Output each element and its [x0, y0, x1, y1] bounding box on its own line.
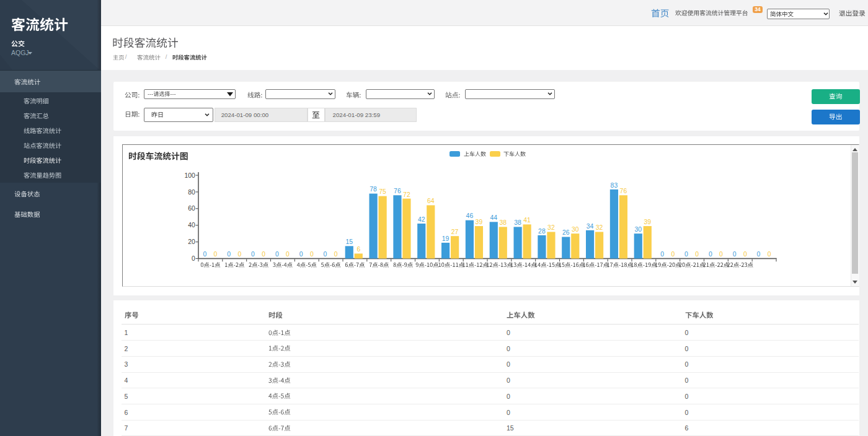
svg-text:40: 40	[188, 222, 195, 229]
svg-text:0: 0	[719, 251, 723, 258]
svg-text:34: 34	[587, 223, 594, 230]
svg-text:42: 42	[418, 216, 425, 223]
svg-text:39: 39	[476, 219, 483, 225]
svg-text:0: 0	[299, 251, 303, 258]
svg-text:6: 6	[356, 246, 360, 253]
svg-text:30: 30	[635, 226, 642, 233]
svg-text:0: 0	[251, 251, 255, 258]
svg-text:0: 0	[214, 251, 218, 258]
svg-text:0: 0	[768, 251, 771, 258]
svg-text:30: 30	[572, 226, 579, 233]
svg-text:27: 27	[451, 229, 459, 235]
svg-text:75: 75	[379, 188, 386, 195]
svg-text:0: 0	[192, 255, 195, 262]
svg-text:41: 41	[523, 217, 531, 224]
svg-text:19: 19	[442, 235, 450, 242]
svg-text:38: 38	[514, 219, 521, 226]
svg-text:0: 0	[733, 251, 737, 258]
svg-text:60: 60	[188, 205, 195, 212]
svg-text:0: 0	[237, 251, 241, 258]
svg-text:0: 0	[275, 251, 279, 258]
svg-text:0: 0	[660, 251, 664, 258]
svg-text:0: 0	[310, 251, 314, 258]
svg-text:0: 0	[203, 251, 206, 258]
svg-text:32: 32	[547, 224, 555, 231]
svg-text:0: 0	[334, 251, 338, 258]
svg-text:0: 0	[757, 251, 761, 258]
svg-text:72: 72	[403, 191, 410, 198]
svg-text:100: 100	[184, 172, 195, 179]
svg-text:0: 0	[709, 251, 712, 258]
svg-text:0: 0	[695, 251, 699, 258]
svg-text:78: 78	[370, 186, 377, 193]
svg-text:83: 83	[611, 182, 618, 189]
svg-text:0: 0	[324, 251, 327, 258]
svg-text:0: 0	[227, 251, 231, 258]
svg-text:38: 38	[500, 219, 507, 226]
svg-text:46: 46	[466, 212, 474, 219]
svg-text:0: 0	[671, 251, 675, 258]
svg-text:0: 0	[684, 251, 688, 258]
svg-text:0: 0	[286, 251, 290, 258]
svg-text:76: 76	[620, 188, 627, 194]
svg-text:64: 64	[427, 198, 435, 204]
svg-text:80: 80	[188, 189, 195, 196]
svg-text:20: 20	[188, 238, 195, 245]
svg-text:0: 0	[743, 251, 747, 258]
svg-text:0: 0	[262, 251, 265, 258]
svg-text:32: 32	[596, 224, 603, 231]
svg-text:15: 15	[346, 238, 353, 245]
svg-text:39: 39	[644, 219, 652, 225]
svg-text:28: 28	[538, 228, 546, 235]
svg-text:26: 26	[562, 229, 570, 236]
svg-text:76: 76	[394, 188, 401, 194]
svg-text:44: 44	[490, 214, 498, 221]
